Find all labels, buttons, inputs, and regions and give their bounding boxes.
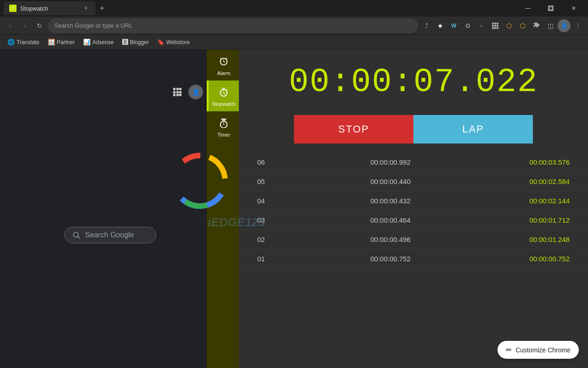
sidebar-stopwatch-label: Stopwatch <box>212 101 235 107</box>
ntp-header-icons: 👤 <box>166 81 207 103</box>
close-button[interactable]: ✕ <box>563 0 584 17</box>
apps-grid-icon[interactable] <box>489 19 502 32</box>
svg-rect-18 <box>176 94 179 96</box>
lap-number: 04 <box>257 197 285 205</box>
active-tab[interactable]: ⏱ Stopwatch × <box>4 1 96 15</box>
svg-line-25 <box>78 236 79 238</box>
ntp-apps-icon[interactable] <box>170 85 185 99</box>
svg-rect-2 <box>492 23 494 24</box>
blogger-favicon: 🅱 <box>122 39 128 46</box>
lap-split-time: 00:00:00.432 <box>285 197 496 205</box>
lap-row-03: 03 00:00:00.464 00:00:01.712 <box>239 211 588 230</box>
bookmark-partner[interactable]: 🪟 Partner <box>44 37 79 47</box>
sidebar-toggle-icon[interactable]: ◫ <box>544 19 557 32</box>
svg-rect-1 <box>549 7 552 10</box>
tab-close-button[interactable]: × <box>82 4 90 12</box>
new-tab-button[interactable]: + <box>96 2 108 15</box>
sidebar-item-timer[interactable]: Timer <box>207 111 239 142</box>
lap-total-time: 00:00:00.752 <box>496 255 570 263</box>
share-icon[interactable]: ⤴ <box>420 19 433 32</box>
webstore-favicon: 🔖 <box>157 39 164 46</box>
lap-total-time: 00:00:02.584 <box>496 178 570 185</box>
forward-button[interactable]: › <box>18 19 31 32</box>
svg-rect-13 <box>179 88 181 90</box>
toolbar-icons: ⤴ ★ W ⚙ ← ⬡ ⬡ <box>420 19 584 32</box>
customize-pencil-icon: ✏ <box>506 345 512 354</box>
lap-button[interactable]: LAP <box>413 115 533 144</box>
lap-row-05: 05 00:00:00.440 00:00:02.584 <box>239 172 588 191</box>
lap-split-time: 00:00:00.464 <box>285 216 496 224</box>
bookmark-webstore[interactable]: 🔖 Webstore <box>153 37 193 47</box>
svg-rect-11 <box>173 88 175 90</box>
sidebar-item-alarm[interactable]: Alarm <box>207 50 239 80</box>
back2-icon[interactable]: ← <box>475 19 488 32</box>
lap-total-time: 00:00:02.144 <box>496 197 570 205</box>
svg-rect-19 <box>179 94 181 96</box>
profile-avatar-icon[interactable]: 👤 <box>558 19 571 32</box>
extension-w-icon[interactable]: W <box>447 19 460 32</box>
extensions-puzzle-icon[interactable] <box>530 19 543 32</box>
svg-rect-9 <box>494 27 496 29</box>
sidebar-item-stopwatch[interactable]: Stopwatch <box>207 80 239 111</box>
svg-rect-8 <box>492 27 494 29</box>
lap-row-06: 06 00:00:00.992 00:00:03.576 <box>239 153 588 172</box>
svg-rect-17 <box>173 94 175 96</box>
lap-total-time: 00:00:01.712 <box>496 216 570 224</box>
alarm-icon <box>219 56 229 69</box>
partner-label: Partner <box>57 39 75 46</box>
adsense-label: Adsense <box>92 39 114 46</box>
menu-icon[interactable]: ⋮ <box>571 19 584 32</box>
sidebar-alarm-label: Alarm <box>217 70 231 76</box>
tab-bar: ⏱ Stopwatch × + — ✕ <box>0 0 588 17</box>
lap-number: 06 <box>257 158 285 166</box>
ntp-account-avatar[interactable]: 👤 <box>188 85 203 99</box>
svg-rect-5 <box>492 25 494 27</box>
google-search-bar[interactable]: Search Google <box>64 227 156 243</box>
lap-number: 05 <box>257 178 285 185</box>
extension-orange-icon[interactable]: ⬡ <box>503 19 515 32</box>
sidebar-timer-label: Timer <box>217 132 230 138</box>
maximize-button[interactable] <box>540 0 561 17</box>
stopwatch-controls: STOP LAP <box>294 115 533 144</box>
translate-label: Translate <box>17 39 40 46</box>
customize-label: Customize Chrome <box>515 346 571 354</box>
laps-list: 06 00:00:00.992 00:00:03.576 05 00:00:00… <box>239 153 588 269</box>
address-bar: ‹ › ↻ Search Google or type a URL ⤴ ★ W … <box>0 17 588 35</box>
back-button[interactable]: ‹ <box>4 19 17 32</box>
lap-number: 01 <box>257 255 285 263</box>
lap-total-time: 00:00:01.248 <box>496 236 570 243</box>
translate-favicon: 🌐 <box>7 39 15 46</box>
stop-button[interactable]: STOP <box>294 115 413 144</box>
url-input[interactable]: Search Google or type a URL <box>48 18 418 33</box>
bookmark-blogger[interactable]: 🅱 Blogger <box>119 37 153 47</box>
svg-rect-7 <box>497 25 498 27</box>
bookmark-translate[interactable]: 🌐 Translate <box>4 37 43 47</box>
extension-yellow-icon[interactable]: ⬡ <box>516 19 529 32</box>
window-controls: — ✕ <box>517 0 584 17</box>
newtab-background: 👤 Search Google © iEDGE123 <box>0 50 207 368</box>
refresh-button[interactable]: ↻ <box>33 19 46 32</box>
lap-split-time: 00:00:00.440 <box>285 178 496 185</box>
customize-chrome-button[interactable]: ✏ Customize Chrome <box>498 341 579 359</box>
bookmark-adsense[interactable]: 📊 Adsense <box>79 37 118 47</box>
partner-favicon: 🪟 <box>48 39 55 46</box>
svg-rect-4 <box>497 23 498 24</box>
adsense-favicon: 📊 <box>83 39 90 46</box>
lap-number: 02 <box>257 236 285 243</box>
svg-rect-12 <box>176 88 179 90</box>
lap-row-04: 04 00:00:00.432 00:00:02.144 <box>239 191 588 211</box>
svg-rect-3 <box>494 23 496 24</box>
lap-total-time: 00:00:03.576 <box>496 158 570 166</box>
main-content: 👤 Search Google © iEDGE123 <box>0 50 588 368</box>
lap-row-02: 02 00:00:00.496 00:00:01.248 <box>239 230 588 249</box>
lap-split-time: 00:00:00.992 <box>285 158 496 166</box>
lap-split-time: 00:00:00.752 <box>285 255 496 263</box>
lap-number: 03 <box>257 216 285 224</box>
search-icon <box>72 231 80 239</box>
bookmark-star-icon[interactable]: ★ <box>434 19 447 32</box>
tab-favicon: ⏱ <box>9 5 17 12</box>
svg-rect-14 <box>173 91 175 93</box>
webstore-label: Webstore <box>166 39 190 46</box>
minimize-button[interactable]: — <box>517 0 538 17</box>
settings-icon[interactable]: ⚙ <box>461 19 474 32</box>
